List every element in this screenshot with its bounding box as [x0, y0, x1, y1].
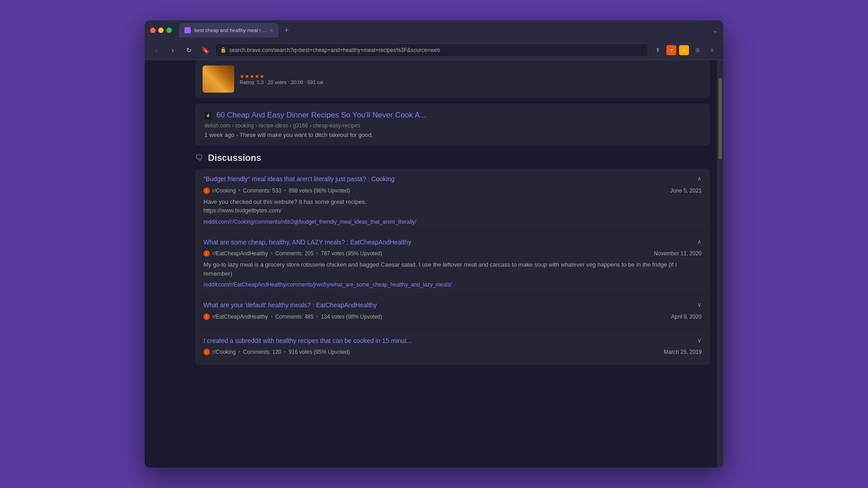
delish-breadcrumb: delish.com › cooking › recipe-ideas › g3… — [204, 122, 701, 129]
disc-meta-3: r r/EatCheapAndHealthy • Comments: 485 •… — [203, 314, 702, 320]
address-bar[interactable]: 🔒 search.brave.com/search?q=best+cheap+a… — [215, 43, 648, 57]
delish-result-title[interactable]: 60 Cheap And Easy Dinner Recipes So You'… — [216, 111, 426, 119]
scrollbar[interactable] — [717, 60, 723, 468]
brave-shield-icon[interactable]: 🦁 — [666, 45, 676, 55]
star-rating: ★★★★★ — [240, 73, 703, 80]
nav-bar: ‹ › ↻ 🔖 🔒 search.brave.com/search?q=best… — [145, 40, 723, 60]
disc-title-1[interactable]: "Budget friendly" meal ideas that aren't… — [203, 175, 692, 184]
disc-title-4[interactable]: I created a subreddit with healthy recip… — [203, 337, 692, 346]
disc-title-2[interactable]: What are some cheap, healthy, AND LAZY m… — [203, 238, 692, 247]
delish-description: 1 week ago - These will make you want to… — [204, 131, 701, 138]
title-bar: best cheap and healthy meal re... × + ⌄ — [145, 20, 723, 40]
left-margin — [145, 60, 188, 468]
disc-comments-4: Comments: 120 — [243, 349, 282, 355]
reddit-icon-4: r — [203, 349, 210, 355]
disc-header-2: What are some cheap, healthy, AND LAZY m… — [203, 238, 702, 247]
result-image-inner — [203, 66, 234, 93]
back-button[interactable]: ‹ — [150, 44, 163, 56]
new-tab-button[interactable]: + — [280, 24, 293, 37]
refresh-button[interactable]: ↻ — [183, 44, 195, 56]
disc-header-4: I created a subreddit with healthy recip… — [203, 337, 702, 346]
discussion-card-2: What are some cheap, healthy, AND LAZY m… — [195, 232, 710, 295]
close-button[interactable] — [150, 28, 156, 33]
disc-subreddit-4[interactable]: r/Cooking — [212, 349, 236, 355]
discussions-icon: 🗨 — [195, 153, 203, 163]
disc-meta-1: r r/Cooking • Comments: 533 • 898 votes … — [203, 188, 702, 194]
tab-bar-right: ⌄ — [712, 27, 718, 34]
traffic-lights — [150, 28, 172, 33]
browser-window: best cheap and healthy meal re... × + ⌄ … — [145, 20, 723, 468]
delish-result-card: d 60 Cheap And Easy Dinner Recipes So Yo… — [195, 103, 710, 145]
disc-date-2: November 11, 2020 — [654, 250, 702, 257]
result-image — [203, 66, 234, 93]
disc-body-2: My go-to lazy meal is a grocery store ro… — [203, 260, 702, 278]
warning-icon[interactable]: ⚠ — [679, 45, 689, 55]
disc-dot-4: • — [238, 349, 240, 355]
disc-comments-2: Comments: 205 — [275, 250, 314, 257]
scrollbar-thumb[interactable] — [718, 78, 722, 160]
disc-dot-1: • — [238, 188, 240, 194]
delish-title-row: d 60 Cheap And Easy Dinner Recipes So Yo… — [204, 111, 701, 120]
disc-chevron-3[interactable]: ∨ — [697, 301, 702, 308]
disc-votes-2: 787 votes (95% Upvoted) — [321, 250, 382, 257]
disc-votes-3: 134 votes (98% Upvoted) — [321, 314, 382, 320]
disc-subreddit-1[interactable]: r/Cooking — [212, 188, 236, 194]
disc-comments-3: Comments: 485 — [275, 314, 314, 320]
disc-date-3: April 9, 2020 — [671, 314, 702, 320]
reddit-icon-3: r — [203, 314, 210, 320]
disc-chevron-2[interactable]: ∧ — [697, 238, 702, 245]
maximize-button[interactable] — [166, 28, 172, 33]
disc-body-1: Have you checked out this website? It ha… — [203, 197, 702, 215]
window-controls: ⌄ — [712, 27, 718, 34]
disc-date-1: June 5, 2021 — [670, 188, 702, 194]
address-text: search.brave.com/search?q=best+cheap+and… — [229, 47, 643, 53]
disc-dot-3b: • — [316, 314, 318, 320]
disc-meta-2: r r/EatCheapAndHealthy • Comments: 205 •… — [203, 250, 702, 257]
disc-meta-4: r r/Cooking • Comments: 120 • 916 votes … — [203, 349, 702, 355]
tab-close-button[interactable]: × — [270, 28, 273, 33]
disc-dot-1b: • — [284, 188, 286, 194]
reddit-icon-2: r — [203, 250, 210, 257]
delish-favicon: d — [204, 112, 212, 119]
disc-votes-4: 916 votes (95% Upvoted) — [288, 349, 349, 355]
tab-favicon-icon — [184, 27, 191, 33]
tab-bar: best cheap and healthy meal re... × + ⌄ — [179, 23, 718, 38]
discussion-card-1: "Budget friendly" meal ideas that aren't… — [195, 169, 710, 232]
discussion-card-4: I created a subreddit with healthy recip… — [195, 330, 710, 366]
lock-icon: 🔒 — [220, 47, 226, 53]
discussion-card-3: What are your 'default' healthy meals? :… — [195, 295, 710, 330]
disc-title-3[interactable]: What are your 'default' healthy meals? :… — [203, 301, 692, 310]
disc-votes-1: 898 votes (96% Upvoted) — [288, 188, 349, 194]
extensions-icon[interactable]: ⊞ — [692, 44, 703, 56]
minimize-button[interactable] — [158, 28, 164, 33]
disc-subreddit-3[interactable]: r/EatCheapAndHealthy — [212, 314, 268, 320]
top-result-card: ★★★★★ Rating: 5.0 · 20 votes · 20:00 · 5… — [195, 60, 710, 98]
disc-header-3: What are your 'default' healthy meals? :… — [203, 301, 702, 310]
disc-link-2[interactable]: reddit.com/r/EatCheapAndHealthy/comments… — [203, 282, 702, 288]
disc-header-1: "Budget friendly" meal ideas that aren't… — [203, 175, 702, 184]
disc-dot-2: • — [271, 250, 273, 257]
disc-subreddit-2[interactable]: r/EatCheapAndHealthy — [212, 250, 268, 257]
disc-comments-1: Comments: 533 — [243, 188, 282, 194]
main-content: ★★★★★ Rating: 5.0 · 20 votes · 20:00 · 5… — [188, 60, 717, 468]
reddit-icon-1: r — [203, 188, 210, 194]
active-tab[interactable]: best cheap and healthy meal re... × — [179, 23, 278, 38]
disc-link-1[interactable]: reddit.com/r/Cooking/comments/n6b2qt/bud… — [203, 219, 702, 225]
share-icon[interactable]: ⬆ — [652, 44, 664, 56]
menu-icon[interactable]: ≡ — [706, 44, 718, 56]
disc-chevron-1[interactable]: ∧ — [697, 175, 702, 182]
disc-dot-4b: • — [284, 349, 286, 355]
nav-icons: ⬆ 🦁 ⚠ ⊞ ≡ — [652, 44, 718, 56]
disc-dot-2b: • — [316, 250, 318, 257]
disc-chevron-4[interactable]: ∨ — [697, 337, 702, 344]
bookmark-button[interactable]: 🔖 — [199, 44, 212, 56]
forward-button[interactable]: › — [166, 44, 179, 56]
tab-title: best cheap and healthy meal re... — [194, 28, 267, 33]
result-meta: ★★★★★ Rating: 5.0 · 20 votes · 20:00 · 5… — [240, 73, 703, 85]
discussions-header: 🗨 Discussions — [195, 153, 710, 163]
disc-date-4: March 25, 2019 — [664, 349, 702, 355]
discussions-title: Discussions — [208, 153, 261, 163]
disc-body-text-2: My go-to lazy meal is a grocery store ro… — [203, 261, 677, 277]
discussions-container: "Budget friendly" meal ideas that aren't… — [195, 169, 710, 365]
disc-body-text-1: Have you checked out this website? It ha… — [203, 198, 367, 214]
